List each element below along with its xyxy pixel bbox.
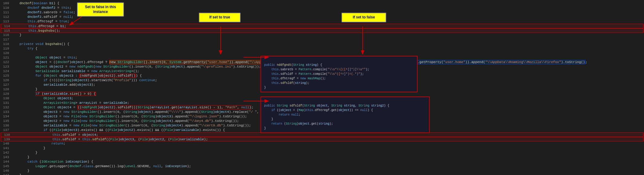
line-120: 120 [0,51,644,56]
arrow-true [212,24,272,54]
line-138: 138 this.sdfsldf = object4; [1,132,643,137]
line-113: 113 this.dfhttegf = true; [0,19,644,24]
arrow-false2 [351,24,411,54]
line-117: 117 [0,37,644,42]
line-141: 141 } [0,146,644,151]
callout-set-to-false: Set to false in thisinstance [77,2,124,17]
line-129: 129 if (serializable.size() > 0) { [0,92,644,96]
line-142: 142 } [0,151,644,155]
popup-nddfgndt: public nddfgndt(String string) { this.sa… [261,56,418,92]
line-140: 140 return; [0,142,644,146]
arrow-to-nddfgndt [240,53,270,71]
line-147: 147 } [0,173,644,175]
line-115: 115 this.bsgshsbs(); [1,28,643,33]
callout-if-set-false: If set to false [341,13,386,22]
arrow-to-sdfsldf [240,97,270,115]
line-145: 145 Logger.getLogger(dncbnf.class.getNam… [0,164,644,169]
callout-if-set-true: If set to true [199,13,241,22]
line-146: 146 } [0,169,644,173]
line-143: 143 } [0,155,644,160]
line-118: 118 private void bsgshabs() { [0,42,644,46]
line-114: 114 this.dfhttegd = b1; [1,24,643,28]
line-116: 116 } [0,33,644,37]
line-139: 139 this.sdfsldf = this.sdfsldf((File)ob… [1,137,643,142]
main-container: 109 dncbnf(boolean b1) { 110 dncbnf dncb… [0,0,644,175]
code-editor: 109 dncbnf(boolean b1) { 110 dncbnf dncb… [0,0,644,175]
popup-sdfsldf: public String sdfsldf(String object, Str… [261,97,430,133]
line-119: 119 try { [0,46,644,51]
line-144: 144 catch (IOException ioException) { [0,160,644,164]
